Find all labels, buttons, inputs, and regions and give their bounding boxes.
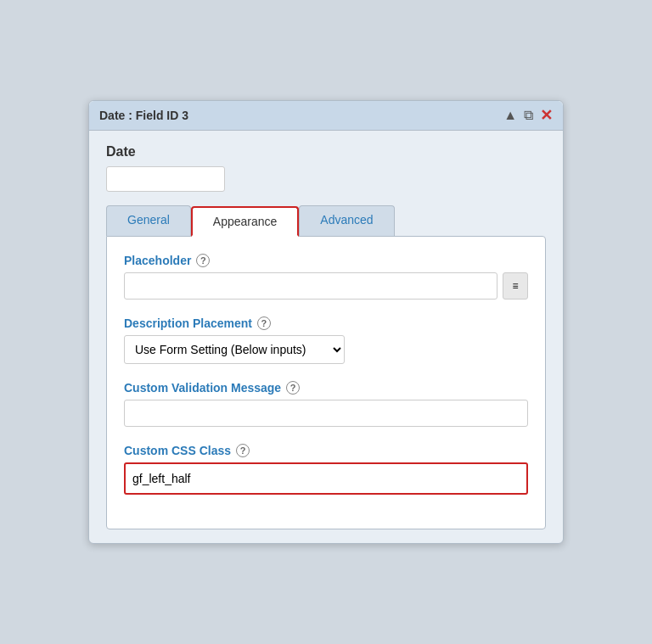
tab-content-appearance: Placeholder ? ≡ Description Placement ? … xyxy=(106,236,546,529)
modal-title: Date : Field ID 3 xyxy=(99,109,188,122)
placeholder-group: Placeholder ? ≡ xyxy=(124,254,528,300)
tabs-container: General Appearance Advanced xyxy=(106,205,546,236)
field-label: Date xyxy=(106,144,546,160)
tab-general[interactable]: General xyxy=(106,205,191,236)
description-placement-select[interactable]: Use Form Setting (Below inputs) Above in… xyxy=(124,335,345,364)
field-settings-modal: Date : Field ID 3 ▲ ⧉ ✕ Date General App… xyxy=(88,100,564,544)
close-icon[interactable]: ✕ xyxy=(540,108,553,123)
header-icons: ▲ ⧉ ✕ xyxy=(503,108,553,123)
placeholder-label: Placeholder ? xyxy=(124,254,528,267)
modal-body: Date General Appearance Advanced Placeho… xyxy=(89,131,563,543)
custom-validation-help-icon[interactable]: ? xyxy=(286,381,300,395)
custom-css-group: Custom CSS Class ? xyxy=(124,444,528,495)
description-placement-help-icon[interactable]: ? xyxy=(257,316,271,330)
custom-css-help-icon[interactable]: ? xyxy=(236,444,250,457)
tab-appearance[interactable]: Appearance xyxy=(191,206,300,237)
description-placement-label: Description Placement ? xyxy=(124,316,528,330)
description-placement-group: Description Placement ? Use Form Setting… xyxy=(124,316,528,364)
custom-validation-input[interactable] xyxy=(124,400,528,427)
custom-validation-group: Custom Validation Message ? xyxy=(124,381,528,427)
merge-tag-button[interactable]: ≡ xyxy=(503,272,528,300)
placeholder-row: ≡ xyxy=(124,272,528,300)
merge-tag-icon: ≡ xyxy=(512,280,518,292)
placeholder-help-icon[interactable]: ? xyxy=(196,254,210,267)
collapse-icon[interactable]: ▲ xyxy=(503,109,517,122)
custom-validation-label: Custom Validation Message ? xyxy=(124,381,528,395)
placeholder-input[interactable] xyxy=(124,272,497,300)
custom-css-input[interactable] xyxy=(124,462,528,495)
copy-icon[interactable]: ⧉ xyxy=(524,109,533,122)
tab-advanced[interactable]: Advanced xyxy=(299,205,394,236)
modal-header: Date : Field ID 3 ▲ ⧉ ✕ xyxy=(89,101,563,131)
date-input-preview xyxy=(106,166,225,192)
custom-css-label: Custom CSS Class ? xyxy=(124,444,528,457)
